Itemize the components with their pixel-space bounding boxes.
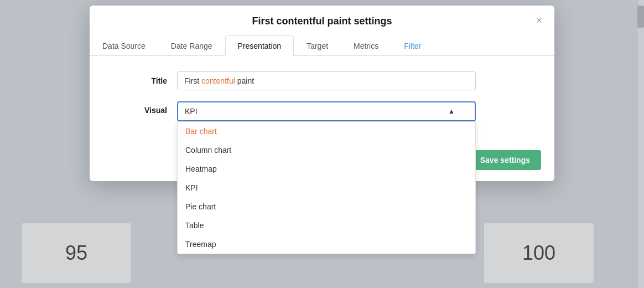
tab-metrics[interactable]: Metrics: [341, 35, 391, 56]
tab-filter[interactable]: Filter: [391, 35, 434, 56]
dropdown-item-bar-chart[interactable]: Bar chart: [178, 122, 475, 141]
dropdown-item-pie-chart[interactable]: Pie chart: [178, 197, 475, 216]
scrollbar-track: [637, 0, 644, 288]
visual-dropdown-menu: Bar chart Column chart Heatmap KPI Pie c…: [177, 121, 476, 254]
scrollbar-thumb[interactable]: [637, 6, 644, 28]
title-label: Title: [123, 76, 167, 85]
tab-presentation[interactable]: Presentation: [225, 35, 294, 56]
dropdown-item-heatmap[interactable]: Heatmap: [178, 160, 475, 178]
title-input-display: First contentful paint: [177, 71, 476, 90]
chevron-up-icon: ▲: [448, 107, 455, 115]
modal-close-button[interactable]: ×: [533, 14, 546, 27]
modal-overlay: First contentful paint settings × Data S…: [0, 0, 644, 288]
visual-select-value: KPI: [185, 107, 198, 116]
backdrop: 95 100 First contentful paint settings ×…: [0, 0, 644, 288]
save-settings-button[interactable]: Save settings: [469, 150, 541, 170]
visual-select[interactable]: KPI ▲: [177, 101, 476, 121]
tab-target[interactable]: Target: [294, 35, 341, 56]
tab-data-source[interactable]: Data Source: [90, 35, 158, 56]
modal-title: First contentful paint settings: [103, 16, 541, 27]
dropdown-item-table[interactable]: Table: [178, 216, 475, 235]
modal-dialog: First contentful paint settings × Data S…: [90, 6, 554, 181]
dropdown-item-kpi[interactable]: KPI: [178, 178, 475, 197]
visual-row: Visual KPI ▲ Bar chart Column chart Heat…: [123, 101, 521, 121]
tab-bar: Data Source Date Range Presentation Targ…: [90, 35, 554, 56]
visual-select-wrapper: KPI ▲ Bar chart Column chart Heatmap KPI…: [177, 101, 476, 121]
dropdown-item-column-chart[interactable]: Column chart: [178, 141, 475, 160]
dropdown-item-treemap[interactable]: Treemap: [178, 235, 475, 254]
tab-date-range[interactable]: Date Range: [158, 35, 225, 56]
visual-label: Visual: [123, 106, 167, 115]
title-row: Title First contentful paint: [123, 71, 521, 90]
modal-header: First contentful paint settings ×: [90, 6, 554, 27]
modal-body: Title First contentful paint Visual KPI …: [90, 56, 554, 143]
